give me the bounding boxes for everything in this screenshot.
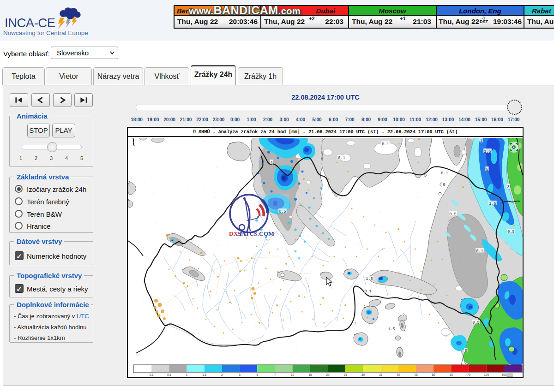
svg-text:1: 1 bbox=[480, 139, 482, 143]
svg-text:0.1: 0.1 bbox=[382, 142, 389, 147]
svg-text:0.5: 0.5 bbox=[472, 321, 479, 325]
svg-text:100: 100 bbox=[484, 373, 489, 376]
svg-text:60: 60 bbox=[450, 373, 453, 376]
svg-text:10: 10 bbox=[291, 373, 295, 376]
svg-text:300: 300 bbox=[501, 373, 506, 376]
svg-text:20: 20 bbox=[326, 373, 330, 376]
svg-text:0: 0 bbox=[443, 183, 445, 187]
svg-text:0.1: 0.1 bbox=[338, 156, 345, 160]
svg-text:0.1: 0.1 bbox=[441, 171, 448, 176]
svg-text:15: 15 bbox=[308, 373, 312, 376]
svg-text:45: 45 bbox=[414, 373, 418, 376]
svg-text:2: 2 bbox=[402, 313, 404, 318]
svg-text:0.1: 0.1 bbox=[364, 289, 371, 294]
svg-text:70: 70 bbox=[467, 373, 471, 376]
svg-text:5: 5 bbox=[256, 373, 258, 376]
svg-text:1.5: 1.5 bbox=[489, 202, 496, 206]
svg-text:35: 35 bbox=[379, 373, 383, 376]
svg-text:0.5: 0.5 bbox=[507, 230, 514, 234]
svg-text:3: 3 bbox=[239, 373, 241, 376]
svg-text:1: 1 bbox=[186, 373, 188, 376]
svg-text:DX: DX bbox=[229, 230, 238, 237]
svg-text:0.1: 0.1 bbox=[150, 373, 154, 376]
svg-text:1.5: 1.5 bbox=[388, 327, 395, 332]
svg-text:40: 40 bbox=[397, 373, 400, 376]
svg-text:1: 1 bbox=[363, 304, 366, 309]
svg-text:SATCS.COM: SATCS.COM bbox=[238, 230, 274, 237]
svg-text:0.1: 0.1 bbox=[476, 249, 483, 254]
svg-text:30: 30 bbox=[361, 373, 365, 376]
svg-text:5: 5 bbox=[486, 167, 488, 172]
svg-text:1.5: 1.5 bbox=[202, 373, 206, 376]
svg-text:1.5: 1.5 bbox=[484, 149, 491, 154]
svg-text:25: 25 bbox=[344, 373, 348, 376]
svg-text:0.5: 0.5 bbox=[449, 212, 456, 217]
svg-text:4: 4 bbox=[270, 160, 272, 165]
svg-text:7: 7 bbox=[274, 373, 276, 376]
svg-text:50: 50 bbox=[432, 373, 435, 376]
svg-text:3: 3 bbox=[507, 185, 509, 190]
svg-text:5: 5 bbox=[464, 349, 467, 353]
svg-text:0.5: 0.5 bbox=[167, 373, 171, 376]
svg-text:1.5: 1.5 bbox=[366, 277, 373, 281]
svg-text:2: 2 bbox=[221, 373, 223, 376]
